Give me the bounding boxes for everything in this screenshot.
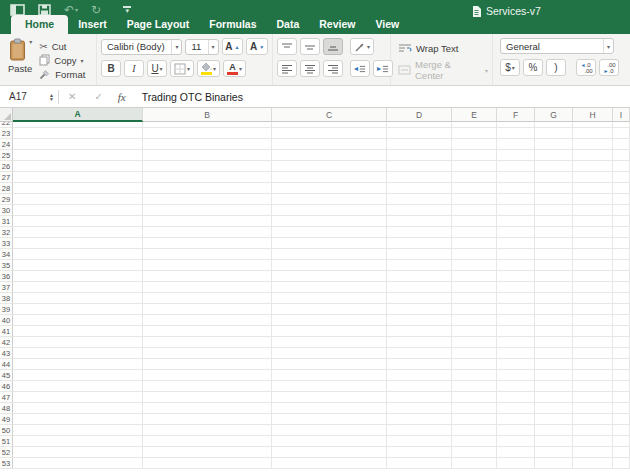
row-header-24[interactable]: 24	[0, 139, 13, 150]
cell-C46[interactable]	[272, 381, 387, 392]
cell-E24[interactable]	[452, 139, 497, 150]
cell-C26[interactable]	[272, 161, 387, 172]
cell-B51[interactable]	[143, 436, 272, 447]
cell-H50[interactable]	[573, 425, 613, 436]
cell-B45[interactable]	[143, 370, 272, 381]
cell-A51[interactable]	[13, 436, 143, 447]
cell-E49[interactable]	[452, 414, 497, 425]
cell-D40[interactable]	[387, 315, 452, 326]
row-header-25[interactable]: 25	[0, 150, 13, 161]
cell-G24[interactable]	[535, 139, 573, 150]
merge-center-button[interactable]: Merge & Center ▾	[398, 63, 488, 77]
cell-C38[interactable]	[272, 293, 387, 304]
cell-A40[interactable]	[13, 315, 143, 326]
cell-B41[interactable]	[143, 326, 272, 337]
row-header-45[interactable]: 45	[0, 370, 13, 381]
italic-button[interactable]: I	[124, 60, 144, 77]
cell-I27[interactable]	[613, 172, 630, 183]
cell-C34[interactable]	[272, 249, 387, 260]
cell-H52[interactable]	[573, 447, 613, 458]
cell-D27[interactable]	[387, 172, 452, 183]
cell-A50[interactable]	[13, 425, 143, 436]
cell-C42[interactable]	[272, 337, 387, 348]
number-format-select[interactable]: General ▾	[500, 38, 614, 54]
cell-H46[interactable]	[573, 381, 613, 392]
cell-B53[interactable]	[143, 458, 272, 469]
cell-I52[interactable]	[613, 447, 630, 458]
cell-I48[interactable]	[613, 403, 630, 414]
row-header-32[interactable]: 32	[0, 227, 13, 238]
cell-I34[interactable]	[613, 249, 630, 260]
tab-insert[interactable]: Insert	[68, 15, 117, 34]
cell-E32[interactable]	[452, 227, 497, 238]
cell-C36[interactable]	[272, 271, 387, 282]
cell-D42[interactable]	[387, 337, 452, 348]
row-header-46[interactable]: 46	[0, 381, 13, 392]
cell-G27[interactable]	[535, 172, 573, 183]
align-bottom-button[interactable]	[323, 38, 343, 55]
decrease-indent-button[interactable]: ◂	[350, 60, 370, 77]
percent-button[interactable]: %	[523, 59, 543, 76]
cell-E30[interactable]	[452, 205, 497, 216]
cell-F34[interactable]	[497, 249, 535, 260]
cell-A41[interactable]	[13, 326, 143, 337]
decrease-decimal-button[interactable]: .00 ▸.0	[599, 59, 619, 76]
cell-I37[interactable]	[613, 282, 630, 293]
cell-F51[interactable]	[497, 436, 535, 447]
column-header-C[interactable]: C	[272, 108, 387, 122]
cell-I41[interactable]	[613, 326, 630, 337]
cell-G51[interactable]	[535, 436, 573, 447]
cell-H26[interactable]	[573, 161, 613, 172]
cell-E23[interactable]	[452, 128, 497, 139]
cell-F43[interactable]	[497, 348, 535, 359]
cell-C52[interactable]	[272, 447, 387, 458]
cell-I46[interactable]	[613, 381, 630, 392]
cell-I29[interactable]	[613, 194, 630, 205]
cell-B52[interactable]	[143, 447, 272, 458]
cell-F26[interactable]	[497, 161, 535, 172]
cell-E43[interactable]	[452, 348, 497, 359]
cell-A27[interactable]	[13, 172, 143, 183]
cell-E25[interactable]	[452, 150, 497, 161]
cell-B30[interactable]	[143, 205, 272, 216]
cell-A44[interactable]	[13, 359, 143, 370]
cell-F53[interactable]	[497, 458, 535, 469]
cell-B32[interactable]	[143, 227, 272, 238]
cell-G32[interactable]	[535, 227, 573, 238]
cell-C28[interactable]	[272, 183, 387, 194]
increase-indent-button[interactable]: ▸	[373, 60, 393, 77]
cell-H42[interactable]	[573, 337, 613, 348]
cell-G45[interactable]	[535, 370, 573, 381]
cell-I53[interactable]	[613, 458, 630, 469]
cell-E34[interactable]	[452, 249, 497, 260]
cell-G40[interactable]	[535, 315, 573, 326]
column-header-G[interactable]: G	[535, 108, 573, 122]
cell-H43[interactable]	[573, 348, 613, 359]
cell-E40[interactable]	[452, 315, 497, 326]
formula-content[interactable]: Trading OTC Binaries	[142, 91, 243, 103]
cell-H25[interactable]	[573, 150, 613, 161]
cell-D50[interactable]	[387, 425, 452, 436]
cell-F49[interactable]	[497, 414, 535, 425]
row-header-34[interactable]: 34	[0, 249, 13, 260]
cell-D45[interactable]	[387, 370, 452, 381]
row-header-26[interactable]: 26	[0, 161, 13, 172]
cut-button[interactable]: ✂ Cut	[39, 39, 85, 53]
cell-B42[interactable]	[143, 337, 272, 348]
cell-I49[interactable]	[613, 414, 630, 425]
column-header-H[interactable]: H	[573, 108, 613, 122]
cell-B31[interactable]	[143, 216, 272, 227]
cell-E26[interactable]	[452, 161, 497, 172]
row-header-37[interactable]: 37	[0, 282, 13, 293]
format-button[interactable]: Format	[39, 67, 85, 81]
cell-F47[interactable]	[497, 392, 535, 403]
row-header-36[interactable]: 36	[0, 271, 13, 282]
tab-view[interactable]: View	[365, 15, 409, 34]
row-header-39[interactable]: 39	[0, 304, 13, 315]
cell-G49[interactable]	[535, 414, 573, 425]
cell-C27[interactable]	[272, 172, 387, 183]
cell-C41[interactable]	[272, 326, 387, 337]
cell-F41[interactable]	[497, 326, 535, 337]
font-size-select[interactable]: 11 ▾	[185, 39, 218, 55]
name-box-stepper[interactable]: ▲ ▼	[49, 93, 58, 101]
